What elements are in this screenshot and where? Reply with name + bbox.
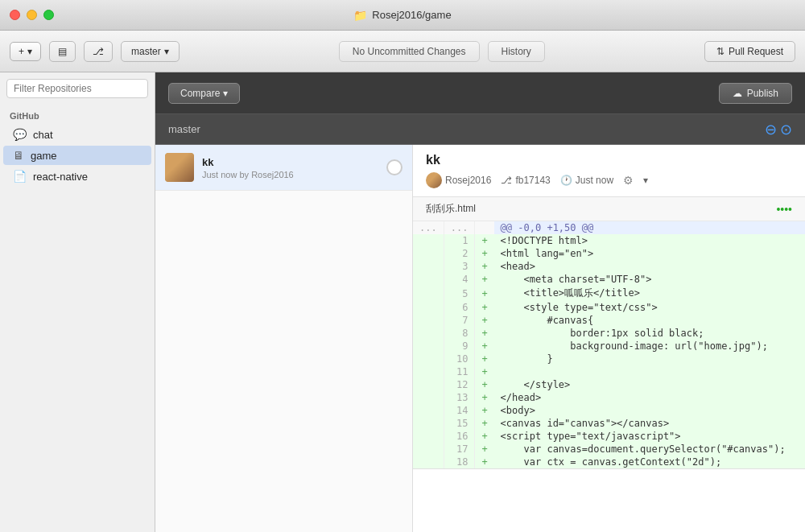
diff-line-marker: + <box>475 365 494 378</box>
diff-line-num-old <box>413 301 444 314</box>
history-button[interactable]: History <box>488 41 545 62</box>
diff-line-content: <html lang="en"> <box>494 247 805 260</box>
branch-sha-icon: ⎇ <box>501 175 512 186</box>
diff-line-row: 16+<script type="text/javascript"> <box>413 430 805 443</box>
commit-item[interactable]: kk Just now by Rosej2016 <box>155 145 412 191</box>
diff-hunk-marker <box>475 221 494 234</box>
diff-line-content: <style type="text/css"> <box>494 301 805 314</box>
title-text: Rosej2016/game <box>372 9 451 21</box>
diff-line-content: var canvas=document.querySelector("#canv… <box>494 443 805 456</box>
sync-left-icon: ⊖ <box>765 121 777 138</box>
diff-line-num-new: 2 <box>444 247 475 260</box>
compare-chevron-icon: ▾ <box>223 88 228 99</box>
sync-right-icon: ⊙ <box>780 121 792 138</box>
diff-line-content: </head> <box>494 391 805 404</box>
diff-line-content: border:1px solid black; <box>494 327 805 340</box>
diff-line-row: 5+ <title>呱呱乐</title> <box>413 286 805 301</box>
folder-icon: 📁 <box>353 9 367 22</box>
branch-selector-button[interactable]: master ▾ <box>121 41 180 62</box>
settings-icon[interactable]: ⚙ <box>623 174 634 187</box>
branch-bar: master ⊖ ⊙ <box>155 114 805 145</box>
file-section: 刮刮乐.html •••• ... ... @@ -0,0 +1,50 @@ 1… <box>413 197 805 469</box>
add-button[interactable]: + ▾ <box>10 42 41 61</box>
commit-status-indicator <box>386 159 402 175</box>
diff-line-content: <meta charset="UTF-8"> <box>494 273 805 286</box>
sidebar-item-game[interactable]: 🖥 game <box>3 146 151 165</box>
minimize-button[interactable] <box>27 10 37 20</box>
diff-line-num-new: 8 <box>444 327 475 340</box>
chevron-down-icon: ▾ <box>27 46 32 57</box>
diff-line-content <box>494 365 805 378</box>
sidebar-toggle-button[interactable]: ▤ <box>49 41 76 62</box>
diff-line-content: <canvas id="canvas"></canvas> <box>494 417 805 430</box>
commit-name: kk <box>202 156 386 168</box>
diff-header: kk Rosej2016 ⎇ fb17143 🕐 Just now <box>413 145 805 197</box>
diff-line-num-new: 14 <box>444 404 475 417</box>
sidebar-item-react-native[interactable]: 📄 react-native <box>3 167 151 186</box>
diff-line-row: 10+ } <box>413 353 805 365</box>
diff-line-num-new: 3 <box>444 260 475 273</box>
diff-line-marker: + <box>475 286 494 301</box>
sidebar-item-game-label: game <box>31 150 57 162</box>
diff-line-marker: + <box>475 247 494 260</box>
window-title: 📁 Rosej2016/game <box>353 9 451 22</box>
diff-line-num-new: 1 <box>444 234 475 247</box>
plus-icon: + <box>19 46 24 57</box>
dropdown-arrow-icon[interactable]: ▾ <box>643 175 648 186</box>
commit-info: kk Just now by Rosej2016 <box>202 156 386 179</box>
close-button[interactable] <box>10 10 20 20</box>
diff-line-num-old <box>413 417 444 430</box>
diff-line-marker: + <box>475 391 494 404</box>
diff-line-num-old <box>413 340 444 353</box>
diff-line-num-old <box>413 391 444 404</box>
branch-view-button[interactable]: ⎇ <box>84 41 113 62</box>
diff-line-row: 1+<!DOCTYPE html> <box>413 234 805 247</box>
diff-line-content: var ctx = canvas.getContext("2d"); <box>494 456 805 468</box>
diff-line-num-new: 17 <box>444 443 475 456</box>
diff-line-marker: + <box>475 234 494 247</box>
diff-line-content: <script type="text/javascript"> <box>494 430 805 443</box>
diff-hunk-header-content: @@ -0,0 +1,50 @@ <box>494 221 805 234</box>
chevron-icon: ▾ <box>164 46 169 57</box>
branch-name: master <box>131 46 161 57</box>
repo-header: Compare ▾ ☁ Publish <box>155 72 805 114</box>
sidebar-section-github: GitHub <box>0 105 155 124</box>
diff-line-num-old <box>413 327 444 340</box>
diff-line-num-old <box>413 430 444 443</box>
diff-line-num-old <box>413 234 444 247</box>
diff-sha-value: fb17143 <box>515 175 550 186</box>
diff-line-row: 14+<body> <box>413 404 805 417</box>
diff-panel: kk Rosej2016 ⎇ fb17143 🕐 Just now <box>413 145 805 532</box>
diff-line-num-old <box>413 353 444 365</box>
pull-request-label: Pull Request <box>729 46 783 57</box>
compare-label: Compare <box>180 88 220 99</box>
compare-button[interactable]: Compare ▾ <box>168 83 240 104</box>
avatar-image <box>165 153 194 182</box>
react-native-icon: 📄 <box>13 170 27 183</box>
diff-line-content: background-image: url("home.jpg"); <box>494 340 805 353</box>
clock-icon: 🕐 <box>560 175 572 186</box>
sidebar: GitHub 💬 chat 🖥 game 📄 react-native <box>0 72 155 532</box>
sidebar-item-react-native-label: react-native <box>33 171 88 183</box>
diff-line-num-new: 4 <box>444 273 475 286</box>
diff-timestamp-value: Just now <box>576 175 613 186</box>
diff-line-marker: + <box>475 430 494 443</box>
content-area: Compare ▾ ☁ Publish master ⊖ ⊙ <box>155 72 805 532</box>
diff-line-content: <title>呱呱乐</title> <box>494 286 805 301</box>
diff-line-marker: + <box>475 456 494 468</box>
publish-button[interactable]: ☁ Publish <box>719 83 792 104</box>
diff-line-marker: + <box>475 378 494 391</box>
diff-line-num-old <box>413 260 444 273</box>
commit-meta: Just now by Rosej2016 <box>202 170 386 179</box>
expand-icon[interactable]: •••• <box>776 203 792 216</box>
commit-list: kk Just now by Rosej2016 <box>155 145 413 532</box>
sidebar-item-chat[interactable]: 💬 chat <box>3 125 151 144</box>
diff-timestamp: 🕐 Just now <box>560 175 613 186</box>
pull-request-button[interactable]: ⇅ Pull Request <box>704 41 795 62</box>
commit-avatar <box>165 153 194 182</box>
branch-icon: ⎇ <box>93 46 104 57</box>
diff-author-name: Rosej2016 <box>445 175 491 186</box>
maximize-button[interactable] <box>43 10 54 20</box>
filter-repositories-input[interactable] <box>6 79 148 98</box>
publish-cloud-icon: ☁ <box>733 88 742 99</box>
